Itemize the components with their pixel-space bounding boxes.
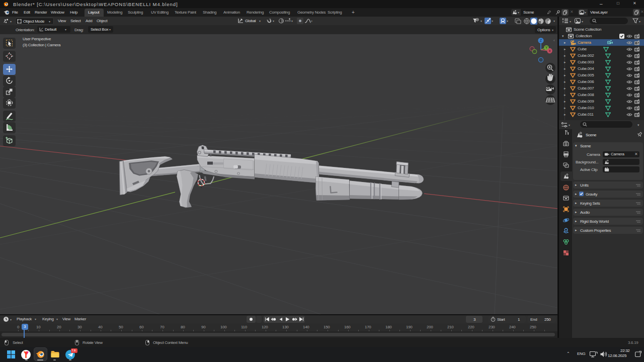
svg-text:Z: Z [540,39,542,42]
svg-text:Y: Y [545,46,548,49]
svg-text:X: X [548,49,551,53]
